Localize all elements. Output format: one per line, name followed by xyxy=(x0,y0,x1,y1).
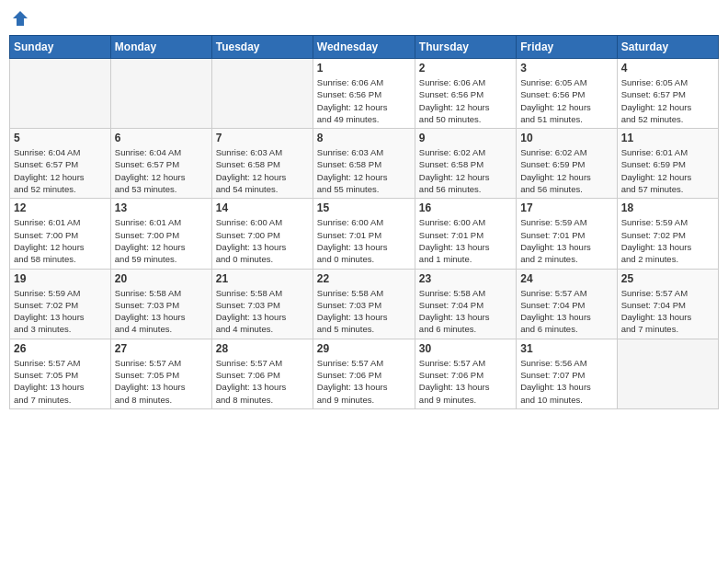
day-info: Sunrise: 6:05 AM Sunset: 6:56 PM Dayligh… xyxy=(520,76,612,125)
calendar-cell: 30Sunrise: 5:57 AM Sunset: 7:06 PM Dayli… xyxy=(415,339,516,408)
day-info: Sunrise: 5:58 AM Sunset: 7:03 PM Dayligh… xyxy=(317,287,411,336)
day-info: Sunrise: 6:00 AM Sunset: 7:01 PM Dayligh… xyxy=(317,216,411,265)
calendar-cell: 24Sunrise: 5:57 AM Sunset: 7:04 PM Dayli… xyxy=(517,269,617,339)
day-number: 16 xyxy=(419,201,512,214)
page-header xyxy=(9,9,719,28)
calendar-cell: 9Sunrise: 6:02 AM Sunset: 6:58 PM Daylig… xyxy=(415,129,516,199)
calendar-cell: 12Sunrise: 6:01 AM Sunset: 7:00 PM Dayli… xyxy=(10,199,111,269)
day-info: Sunrise: 6:06 AM Sunset: 6:56 PM Dayligh… xyxy=(419,76,512,125)
calendar-header-friday: Friday xyxy=(517,36,617,59)
day-number: 12 xyxy=(14,201,107,214)
day-info: Sunrise: 5:56 AM Sunset: 7:07 PM Dayligh… xyxy=(520,357,612,406)
calendar-cell: 26Sunrise: 5:57 AM Sunset: 7:05 PM Dayli… xyxy=(10,339,111,408)
calendar-cell: 29Sunrise: 5:57 AM Sunset: 7:06 PM Dayli… xyxy=(313,339,415,408)
day-info: Sunrise: 6:03 AM Sunset: 6:58 PM Dayligh… xyxy=(317,146,411,195)
day-number: 5 xyxy=(14,132,107,144)
calendar-cell xyxy=(110,59,211,129)
day-number: 27 xyxy=(115,342,208,355)
day-number: 6 xyxy=(115,132,208,144)
day-number: 7 xyxy=(216,132,309,144)
day-info: Sunrise: 5:57 AM Sunset: 7:06 PM Dayligh… xyxy=(216,357,309,406)
calendar-header-sunday: Sunday xyxy=(10,36,111,59)
day-info: Sunrise: 6:05 AM Sunset: 6:57 PM Dayligh… xyxy=(621,76,714,125)
calendar-cell: 31Sunrise: 5:56 AM Sunset: 7:07 PM Dayli… xyxy=(517,339,617,408)
calendar-header-row: SundayMondayTuesdayWednesdayThursdayFrid… xyxy=(10,36,719,59)
day-number: 30 xyxy=(419,342,512,355)
calendar-cell: 25Sunrise: 5:57 AM Sunset: 7:04 PM Dayli… xyxy=(617,269,718,339)
day-number: 25 xyxy=(621,272,714,285)
calendar-header-tuesday: Tuesday xyxy=(211,36,313,59)
day-number: 23 xyxy=(419,272,512,285)
calendar-cell xyxy=(617,339,718,408)
calendar-cell: 20Sunrise: 5:58 AM Sunset: 7:03 PM Dayli… xyxy=(110,269,211,339)
day-info: Sunrise: 5:58 AM Sunset: 7:03 PM Dayligh… xyxy=(216,287,309,336)
day-number: 22 xyxy=(317,272,411,285)
logo xyxy=(9,9,29,28)
day-number: 11 xyxy=(621,132,714,144)
calendar-header-saturday: Saturday xyxy=(617,36,718,59)
day-info: Sunrise: 5:58 AM Sunset: 7:04 PM Dayligh… xyxy=(419,287,512,336)
day-info: Sunrise: 5:57 AM Sunset: 7:06 PM Dayligh… xyxy=(317,357,411,406)
day-number: 26 xyxy=(14,342,107,355)
calendar-cell: 18Sunrise: 5:59 AM Sunset: 7:02 PM Dayli… xyxy=(617,199,718,269)
day-number: 28 xyxy=(216,342,309,355)
day-info: Sunrise: 6:01 AM Sunset: 7:00 PM Dayligh… xyxy=(14,216,107,265)
calendar-cell: 19Sunrise: 5:59 AM Sunset: 7:02 PM Dayli… xyxy=(10,269,111,339)
calendar-header-wednesday: Wednesday xyxy=(313,36,415,59)
day-info: Sunrise: 5:59 AM Sunset: 7:01 PM Dayligh… xyxy=(520,216,612,265)
calendar-cell: 13Sunrise: 6:01 AM Sunset: 7:00 PM Dayli… xyxy=(110,199,211,269)
calendar-cell: 4Sunrise: 6:05 AM Sunset: 6:57 PM Daylig… xyxy=(617,59,718,129)
day-number: 4 xyxy=(621,62,714,75)
day-info: Sunrise: 5:59 AM Sunset: 7:02 PM Dayligh… xyxy=(621,216,714,265)
calendar-cell: 3Sunrise: 6:05 AM Sunset: 6:56 PM Daylig… xyxy=(517,59,617,129)
calendar-cell: 14Sunrise: 6:00 AM Sunset: 7:00 PM Dayli… xyxy=(211,199,313,269)
day-number: 13 xyxy=(115,201,208,214)
day-number: 15 xyxy=(317,201,411,214)
day-number: 24 xyxy=(520,272,612,285)
day-info: Sunrise: 6:01 AM Sunset: 7:00 PM Dayligh… xyxy=(115,216,208,265)
day-info: Sunrise: 5:57 AM Sunset: 7:05 PM Dayligh… xyxy=(14,357,107,406)
day-info: Sunrise: 5:58 AM Sunset: 7:03 PM Dayligh… xyxy=(115,287,208,336)
day-number: 1 xyxy=(317,62,411,75)
day-info: Sunrise: 6:06 AM Sunset: 6:56 PM Dayligh… xyxy=(317,76,411,125)
day-number: 20 xyxy=(115,272,208,285)
calendar-header-monday: Monday xyxy=(110,36,211,59)
calendar-week-row: 19Sunrise: 5:59 AM Sunset: 7:02 PM Dayli… xyxy=(10,269,719,339)
calendar-cell: 15Sunrise: 6:00 AM Sunset: 7:01 PM Dayli… xyxy=(313,199,415,269)
calendar-week-row: 12Sunrise: 6:01 AM Sunset: 7:00 PM Dayli… xyxy=(10,199,719,269)
day-number: 14 xyxy=(216,201,309,214)
calendar-cell: 10Sunrise: 6:02 AM Sunset: 6:59 PM Dayli… xyxy=(517,129,617,199)
calendar-week-row: 26Sunrise: 5:57 AM Sunset: 7:05 PM Dayli… xyxy=(10,339,719,408)
day-info: Sunrise: 5:57 AM Sunset: 7:04 PM Dayligh… xyxy=(520,287,612,336)
calendar-cell: 2Sunrise: 6:06 AM Sunset: 6:56 PM Daylig… xyxy=(415,59,516,129)
calendar-cell: 1Sunrise: 6:06 AM Sunset: 6:56 PM Daylig… xyxy=(313,59,415,129)
day-info: Sunrise: 6:00 AM Sunset: 7:00 PM Dayligh… xyxy=(216,216,309,265)
calendar-cell: 23Sunrise: 5:58 AM Sunset: 7:04 PM Dayli… xyxy=(415,269,516,339)
day-info: Sunrise: 6:03 AM Sunset: 6:58 PM Dayligh… xyxy=(216,146,309,195)
day-number: 10 xyxy=(520,132,612,144)
day-number: 29 xyxy=(317,342,411,355)
day-number: 3 xyxy=(520,62,612,75)
calendar-cell: 27Sunrise: 5:57 AM Sunset: 7:05 PM Dayli… xyxy=(110,339,211,408)
calendar-cell: 28Sunrise: 5:57 AM Sunset: 7:06 PM Dayli… xyxy=(211,339,313,408)
day-info: Sunrise: 6:02 AM Sunset: 6:58 PM Dayligh… xyxy=(419,146,512,195)
day-info: Sunrise: 5:57 AM Sunset: 7:05 PM Dayligh… xyxy=(115,357,208,406)
day-info: Sunrise: 5:59 AM Sunset: 7:02 PM Dayligh… xyxy=(14,287,107,336)
day-info: Sunrise: 6:04 AM Sunset: 6:57 PM Dayligh… xyxy=(14,146,107,195)
day-number: 18 xyxy=(621,201,714,214)
day-info: Sunrise: 6:00 AM Sunset: 7:01 PM Dayligh… xyxy=(419,216,512,265)
calendar-cell: 5Sunrise: 6:04 AM Sunset: 6:57 PM Daylig… xyxy=(10,129,111,199)
calendar-cell: 7Sunrise: 6:03 AM Sunset: 6:58 PM Daylig… xyxy=(211,129,313,199)
day-number: 8 xyxy=(317,132,411,144)
calendar-week-row: 1Sunrise: 6:06 AM Sunset: 6:56 PM Daylig… xyxy=(10,59,719,129)
calendar-cell: 8Sunrise: 6:03 AM Sunset: 6:58 PM Daylig… xyxy=(313,129,415,199)
day-info: Sunrise: 6:02 AM Sunset: 6:59 PM Dayligh… xyxy=(520,146,612,195)
calendar-week-row: 5Sunrise: 6:04 AM Sunset: 6:57 PM Daylig… xyxy=(10,129,719,199)
calendar-cell xyxy=(211,59,313,129)
day-number: 9 xyxy=(419,132,512,144)
day-info: Sunrise: 6:04 AM Sunset: 6:57 PM Dayligh… xyxy=(115,146,208,195)
svg-marker-0 xyxy=(13,11,28,26)
logo-icon xyxy=(11,9,29,28)
calendar-cell: 22Sunrise: 5:58 AM Sunset: 7:03 PM Dayli… xyxy=(313,269,415,339)
day-number: 2 xyxy=(419,62,512,75)
